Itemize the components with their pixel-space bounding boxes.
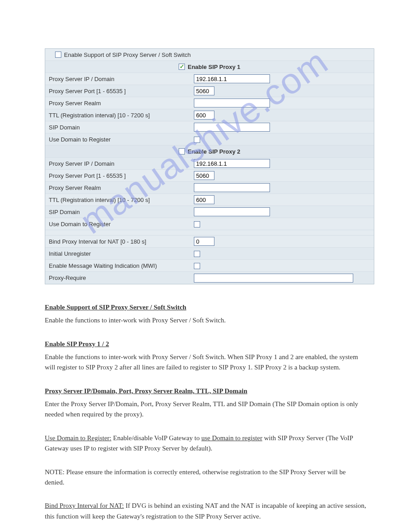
proxy1-ip-label: Proxy Server IP / Domain xyxy=(47,76,194,82)
proxy2-header-label: Enable SIP Proxy 2 xyxy=(188,148,240,155)
proxy2-realm-row: Proxy Server Realm xyxy=(45,182,374,194)
proxy2-port-input[interactable] xyxy=(194,171,214,180)
bind-proxy-row: Bind Proxy Interval for NAT [0 - 180 s] xyxy=(45,236,374,248)
enable-proxy2-checkbox[interactable] xyxy=(179,148,185,154)
proxyrequire-input[interactable] xyxy=(194,274,353,283)
desc-p1-term: Enable Support of SIP Proxy Server / Sof… xyxy=(45,304,186,311)
proxy2-sipdomain-label: SIP Domain xyxy=(47,209,194,215)
proxy1-ip-input[interactable] xyxy=(194,74,270,83)
initial-unreg-label: Initial Unregister xyxy=(47,250,194,257)
proxy2-sipdomain-input[interactable] xyxy=(194,207,270,216)
initial-unreg-row: Initial Unregister xyxy=(45,248,374,260)
proxy1-sipdomain-row: SIP Domain xyxy=(45,121,374,133)
desc-p3-text: Enter the Proxy Server IP/Domain, Port, … xyxy=(45,399,366,420)
desc-p1-text: Enable the functions to inter-work with … xyxy=(45,315,366,326)
proxy1-usedomain-row: Use Domain to Register xyxy=(45,133,374,146)
desc-p6-term: Bind Proxy Interval for NAT: xyxy=(45,502,124,509)
proxy2-ip-row: Proxy Server IP / Domain xyxy=(45,158,374,170)
desc-p4-underline: use Domain to register xyxy=(201,434,262,442)
proxy2-port-row: Proxy Server Port [1 - 65535 ] xyxy=(45,170,374,182)
proxy1-header-row: Enable SIP Proxy 1 xyxy=(45,61,374,73)
proxy2-header-row: Enable SIP Proxy 2 xyxy=(45,146,374,158)
proxy2-ttl-row: TTL (Registration interval) [10 - 7200 s… xyxy=(45,194,374,206)
mwi-checkbox[interactable] xyxy=(194,263,200,269)
mwi-row: Enable Message Waiting Indication (MWI) xyxy=(45,260,374,272)
mwi-label: Enable Message Waiting Indication (MWI) xyxy=(47,262,194,269)
proxy1-port-row: Proxy Server Port [1 - 65535 ] xyxy=(45,85,374,97)
proxy1-port-label: Proxy Server Port [1 - 65535 ] xyxy=(47,88,194,94)
proxy2-usedomain-label: Use Domain to Register xyxy=(47,221,194,227)
proxy1-realm-input[interactable] xyxy=(194,99,270,107)
proxy2-ttl-input[interactable] xyxy=(194,195,214,204)
proxy1-ttl-row: TTL (Registration interval) [10 - 7200 s… xyxy=(45,109,374,121)
enable-support-label: Enable Support of SIP Proxy Server / Sof… xyxy=(64,51,191,58)
desc-p4-text1: Enable/disable VoIP Gateway to xyxy=(111,434,201,442)
proxy2-ip-label: Proxy Server IP / Domain xyxy=(47,160,194,167)
spacer xyxy=(45,230,374,236)
desc-p3-term: Proxy Server IP/Domain, Port, Proxy Serv… xyxy=(45,387,247,395)
proxy1-usedomain-checkbox[interactable] xyxy=(194,137,200,143)
desc-p5-note: NOTE: Please ensure the information is c… xyxy=(45,467,366,488)
proxy1-ip-row: Proxy Server IP / Domain xyxy=(45,73,374,85)
proxy2-realm-input[interactable] xyxy=(194,183,270,192)
proxy2-sipdomain-row: SIP Domain xyxy=(45,206,374,218)
proxy2-port-label: Proxy Server Port [1 - 65535 ] xyxy=(47,172,194,179)
bind-proxy-label: Bind Proxy Interval for NAT [0 - 180 s] xyxy=(47,238,194,245)
sip-proxy-config-table: Enable Support of SIP Proxy Server / Sof… xyxy=(45,48,374,284)
enable-support-row: Enable Support of SIP Proxy Server / Sof… xyxy=(45,49,374,61)
bind-proxy-input[interactable] xyxy=(194,237,214,246)
proxy1-header-label: Enable SIP Proxy 1 xyxy=(188,64,240,70)
enable-proxy1-checkbox[interactable] xyxy=(179,64,185,70)
desc-p2-text: Enable the functions to inter-work with … xyxy=(45,352,366,373)
proxy2-usedomain-row: Use Domain to Register xyxy=(45,218,374,230)
proxy2-ttl-label: TTL (Registration interval) [10 - 7200 s… xyxy=(47,197,194,203)
proxy2-realm-label: Proxy Server Realm xyxy=(47,184,194,191)
enable-support-checkbox[interactable] xyxy=(55,51,61,58)
proxy1-realm-row: Proxy Server Realm xyxy=(45,97,374,109)
description-text: Enable Support of SIP Proxy Server / Sof… xyxy=(45,302,366,522)
proxy1-realm-label: Proxy Server Realm xyxy=(47,100,194,107)
desc-p2-term: Enable SIP Proxy 1 / 2 xyxy=(45,340,109,348)
proxy1-usedomain-label: Use Domain to Register xyxy=(47,136,194,143)
proxy2-usedomain-checkbox[interactable] xyxy=(194,221,200,227)
initial-unreg-checkbox[interactable] xyxy=(194,251,200,257)
proxy1-port-input[interactable] xyxy=(194,86,214,95)
proxy1-sipdomain-input[interactable] xyxy=(194,123,270,132)
proxyrequire-row: Proxy-Require xyxy=(45,272,374,284)
proxy1-ttl-label: TTL (Registration interval) [10 - 7200 s… xyxy=(47,112,194,119)
proxy1-ttl-input[interactable] xyxy=(194,111,214,120)
proxyrequire-label: Proxy-Require xyxy=(47,275,194,281)
proxy2-ip-input[interactable] xyxy=(194,159,270,168)
proxy1-sipdomain-label: SIP Domain xyxy=(47,124,194,131)
desc-p4-term: Use Domain to Register: xyxy=(45,434,111,442)
